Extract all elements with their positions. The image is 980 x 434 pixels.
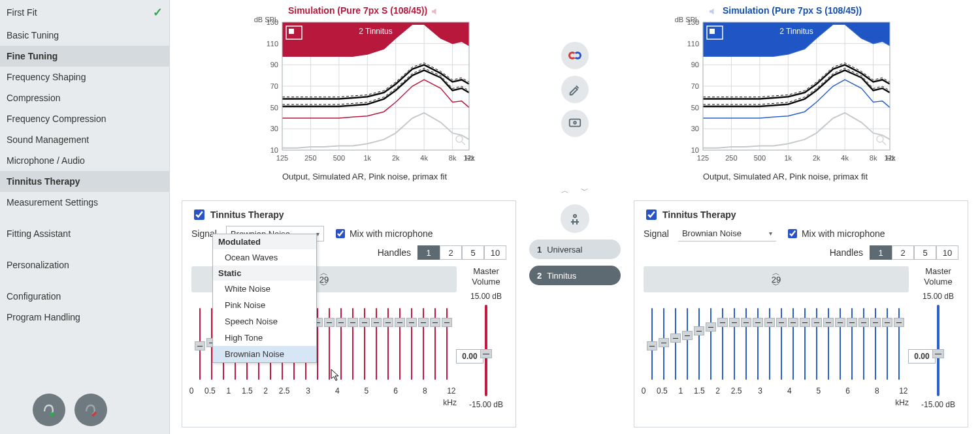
slider-handle[interactable] [371, 318, 382, 327]
slider-handle[interactable] [383, 318, 393, 327]
slider-handle[interactable] [348, 318, 358, 327]
sidebar-item-personalization[interactable]: Personalization [0, 255, 169, 275]
eq-slider[interactable] [787, 308, 799, 380]
sidebar-item-configuration[interactable]: Configuration [0, 286, 169, 307]
slider-handle[interactable] [882, 318, 892, 327]
eq-slider[interactable] [846, 308, 858, 380]
device-connected-icon[interactable] [33, 394, 65, 426]
fine-tune-tool-button[interactable] [561, 76, 589, 103]
handles-option-10[interactable]: 10 [484, 245, 506, 260]
eq-slider[interactable] [764, 308, 776, 380]
slider-handle[interactable] [195, 341, 205, 350]
mix-microphone-checkbox[interactable] [788, 229, 797, 238]
dropdown-item-ocean-waves[interactable]: Ocean Waves [213, 249, 316, 266]
dropdown-item-white-noise[interactable]: White Noise [213, 281, 316, 297]
zoom-icon[interactable] [455, 134, 466, 148]
eq-slider[interactable] [441, 308, 453, 380]
slider-handle[interactable] [729, 318, 740, 327]
eq-slider[interactable] [693, 308, 705, 380]
slider-handle[interactable] [647, 341, 657, 350]
signal-select[interactable]: Brownian Noise▾ [678, 226, 776, 241]
sidebar-item-program-handling[interactable]: Program Handling [0, 307, 169, 328]
sidebar-item-frequency-shaping[interactable]: Frequency Shaping [0, 67, 169, 87]
master-volume-slider[interactable]: 0.00 [485, 305, 487, 396]
eq-slider[interactable] [335, 308, 347, 380]
mix-microphone-checkbox[interactable] [336, 229, 345, 238]
slider-handle[interactable] [336, 318, 346, 327]
eq-slider[interactable] [658, 308, 670, 380]
sidebar-item-first-fit[interactable]: First Fit✓ [0, 0, 169, 25]
slider-handle[interactable] [870, 318, 881, 327]
slider-handle[interactable] [835, 318, 845, 327]
slider-handle[interactable] [430, 318, 440, 327]
sidebar-item-measurement-settings[interactable]: Measurement Settings [0, 192, 169, 213]
slider-handle[interactable] [800, 318, 810, 327]
eq-slider[interactable] [811, 308, 823, 380]
slider-handle[interactable] [359, 318, 370, 327]
sidebar-item-frequency-compression[interactable]: Frequency Compression [0, 108, 169, 129]
eq-slider[interactable] [717, 308, 728, 380]
eq-slider[interactable] [728, 308, 740, 380]
device-disconnected-icon[interactable] [74, 394, 107, 426]
eq-slider[interactable] [194, 308, 206, 380]
sidebar-item-microphone-audio[interactable]: Microphone / Audio [0, 150, 169, 171]
eq-slider[interactable] [870, 308, 881, 380]
dropdown-item-high-tone[interactable]: High Tone [213, 330, 316, 346]
gain-stepper[interactable]: ︿ 29 ﹀ [644, 266, 909, 292]
sidebar-item-basic-tuning[interactable]: Basic Tuning [0, 25, 169, 46]
slider-handle[interactable] [670, 333, 681, 343]
slider-handle[interactable] [776, 318, 787, 327]
eq-slider[interactable] [776, 308, 787, 380]
slider-handle[interactable] [823, 318, 834, 327]
eq-slider[interactable] [893, 308, 905, 380]
sidebar-item-sound-management[interactable]: Sound Management [0, 129, 169, 150]
sidebar-item-tinnitus-therapy[interactable]: Tinnitus Therapy [0, 171, 169, 192]
eq-slider[interactable] [705, 308, 717, 380]
program-universal[interactable]: 1Universal [529, 240, 621, 259]
eq-slider[interactable] [670, 308, 681, 380]
view-options-button[interactable] [561, 110, 589, 137]
eq-slider[interactable] [359, 308, 370, 380]
slider-handle[interactable] [706, 322, 716, 332]
eq-slider[interactable] [406, 308, 417, 380]
slider-handle[interactable] [717, 318, 728, 327]
sidebar-item-compression[interactable]: Compression [0, 87, 169, 108]
slider-handle[interactable] [858, 318, 869, 327]
program-tinnitus[interactable]: 2Tinnitus [529, 266, 621, 285]
handles-option-2[interactable]: 2 [440, 245, 462, 260]
eq-slider[interactable] [347, 308, 359, 380]
eq-slider[interactable] [417, 308, 429, 380]
handles-option-5[interactable]: 5 [462, 245, 484, 260]
eq-slider[interactable] [323, 308, 335, 380]
handles-option-2[interactable]: 2 [892, 245, 914, 260]
handles-option-5[interactable]: 5 [914, 245, 936, 260]
link-ears-button[interactable] [561, 42, 589, 69]
dropdown-item-speech-noise[interactable]: Speech Noise [213, 313, 316, 330]
eq-slider[interactable] [681, 308, 693, 380]
sidebar-item-fitting-assistant[interactable]: Fitting Assistant [0, 223, 169, 244]
slider-handle[interactable] [788, 318, 798, 327]
dropdown-item-brownian-noise[interactable]: Brownian Noise [213, 346, 316, 362]
handles-option-1[interactable]: 1 [870, 245, 892, 260]
slider-handle[interactable] [406, 318, 417, 327]
slider-handle[interactable] [324, 318, 335, 327]
slider-handle[interactable] [395, 318, 405, 327]
eq-slider[interactable] [858, 308, 870, 380]
handles-option-10[interactable]: 10 [936, 245, 958, 260]
eq-slider[interactable] [740, 308, 752, 380]
slider-handle[interactable] [741, 318, 751, 327]
eq-slider[interactable] [646, 308, 658, 380]
slider-handle[interactable] [682, 331, 693, 340]
slider-handle[interactable] [753, 318, 763, 327]
eq-slider[interactable] [382, 308, 394, 380]
slider-handle[interactable] [694, 326, 704, 335]
slider-handle[interactable] [811, 318, 822, 327]
eq-slider[interactable] [834, 308, 846, 380]
eq-slider[interactable] [881, 308, 893, 380]
eq-slider[interactable] [823, 308, 834, 380]
zoom-icon[interactable] [875, 134, 887, 148]
tinnitus-enable-checkbox[interactable] [646, 209, 657, 220]
eq-slider[interactable] [752, 308, 764, 380]
sidebar-item-fine-tuning[interactable]: Fine Tuning [0, 46, 169, 67]
slider-handle[interactable] [932, 349, 944, 358]
